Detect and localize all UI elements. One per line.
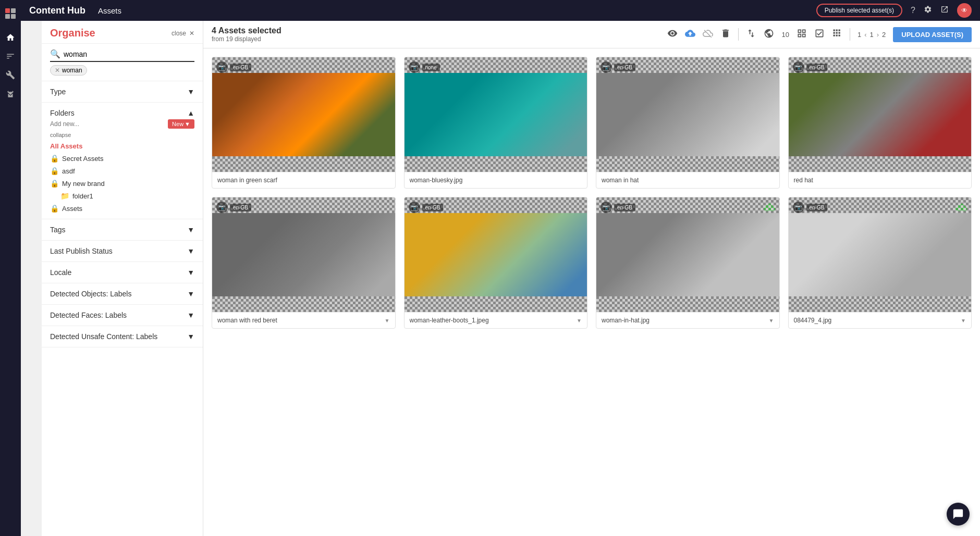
upload-assets-button[interactable]: UPLOAD ASSET(S) — [893, 27, 972, 42]
asset-card[interactable]: 📷 en-GB woman-in-hat.jpg ▼ — [596, 197, 780, 329]
folders-section: Folders ▲ New ▼ collapse All Assets 🔒 — [42, 103, 203, 219]
asset-card[interactable]: 📷 en-GB 084479_4.jpg ▼ — [788, 197, 972, 329]
camera-icon: 📷 — [216, 202, 228, 213]
asset-chevron-icon[interactable]: ▼ — [769, 318, 774, 323]
view-count[interactable]: 10 — [781, 31, 789, 39]
nav-box-icon[interactable] — [2, 85, 19, 102]
detected-unsafe-filter-header[interactable]: Detected Unsafe Content: Labels ▼ — [42, 326, 203, 347]
asset-badge: 📷 en-GB — [216, 202, 251, 213]
checkbox-icon[interactable] — [814, 28, 825, 41]
folder-my-new-brand[interactable]: 🔒 My new brand — [50, 177, 194, 190]
folder-asdf[interactable]: 🔒 asdf — [50, 165, 194, 177]
tags-filter-header[interactable]: Tags ▼ — [42, 219, 203, 240]
detected-faces-filter-section: Detected Faces: Labels ▼ — [42, 305, 203, 326]
brand-name: Content Hub — [29, 5, 85, 16]
svg-rect-2 — [5, 14, 10, 19]
last-publish-filter-section: Last Publish Status ▼ — [42, 241, 203, 262]
add-new-input[interactable] — [50, 120, 168, 128]
asset-chevron-icon[interactable]: ▼ — [961, 318, 966, 323]
publish-selected-button[interactable]: Publish selected asset(s) — [816, 4, 902, 17]
help-icon[interactable]: ? — [911, 6, 915, 15]
lock-icon: 🔒 — [50, 179, 59, 188]
nav-tools-icon[interactable] — [2, 67, 19, 83]
detected-faces-filter-header[interactable]: Detected Faces: Labels ▼ — [42, 305, 203, 326]
asset-thumbnail: 📷 en-GB — [212, 197, 395, 312]
sidebar-title: Organise — [50, 27, 95, 39]
folder-icon: 📁 — [60, 192, 69, 200]
pagination: 1 ‹ 1 › 2 — [858, 31, 886, 39]
app-logo[interactable] — [1, 4, 20, 23]
asset-card[interactable]: 📷 en-GB red hat — [788, 57, 972, 189]
nav-filter-icon[interactable] — [2, 48, 19, 65]
upload-cloud-icon[interactable] — [685, 28, 695, 41]
left-nav — [0, 0, 21, 536]
tag-x-icon[interactable]: ✕ — [55, 67, 60, 74]
grid-icon[interactable] — [797, 28, 807, 41]
asset-card[interactable]: 📷 en-GB woman in green scarf — [212, 57, 396, 189]
asset-name: red hat — [794, 177, 966, 184]
svg-rect-3 — [11, 14, 16, 19]
trash-icon[interactable] — [720, 28, 731, 41]
selected-count-label: 4 Assets selected — [212, 26, 661, 35]
asset-badge: 📷 en-GB — [601, 202, 635, 213]
settings-icon[interactable] — [924, 5, 932, 16]
search-tag[interactable]: ✕ woman — [50, 65, 87, 76]
asset-card[interactable]: 📷 en-GB woman-leather-boots_1.jpeg ▼ — [404, 197, 588, 329]
folder-secret-assets[interactable]: 🔒 Secret Assets — [50, 152, 194, 165]
toolbar-separator — [738, 28, 739, 41]
toolbar-actions: 10 1 ‹ 1 › 2 UPLOAD ASSET(S) — [667, 27, 972, 42]
globe-icon[interactable] — [764, 28, 774, 41]
asset-thumbnail: 📷 en-GB — [596, 197, 779, 312]
asset-card-bottom: woman with red beret ▼ — [212, 312, 395, 328]
collapse-link[interactable]: collapse — [50, 132, 194, 138]
last-publish-filter-header[interactable]: Last Publish Status ▼ — [42, 241, 203, 261]
locale-badge: en-GB — [422, 204, 444, 211]
sidebar-header: Organise close ✕ — [42, 21, 203, 44]
grid4-icon[interactable] — [832, 28, 842, 41]
search-container: 🔍 ✕ woman — [42, 44, 203, 81]
chat-bubble-button[interactable] — [947, 503, 970, 526]
camera-icon: 📷 — [601, 61, 612, 73]
locale-filter-header[interactable]: Locale ▼ — [42, 262, 203, 283]
type-filter-header[interactable]: Type ▼ — [42, 81, 203, 102]
cloud-off-icon[interactable] — [703, 28, 713, 41]
locale-badge: en-GB — [230, 204, 251, 211]
camera-icon: 📷 — [216, 61, 228, 73]
share-icon[interactable] — [940, 5, 949, 16]
next-page-button[interactable]: › — [877, 31, 879, 39]
assets-grid: 📷 en-GB woman in green scarf 📷 none — [203, 48, 980, 536]
camera-icon: 📷 — [409, 202, 420, 213]
folders-content: New ▼ collapse All Assets 🔒 Secret Asset… — [42, 119, 203, 219]
sidebar: Organise close ✕ 🔍 ✕ woman Type ▼ — [42, 21, 203, 536]
sort-icon[interactable] — [746, 28, 756, 41]
asset-thumbnail: 📷 en-GB — [789, 57, 972, 172]
folder-folder1[interactable]: 📁 folder1 — [50, 190, 194, 202]
asset-badge: 📷 none — [409, 61, 440, 73]
close-icon[interactable]: ✕ — [189, 30, 194, 37]
folder-assets[interactable]: 🔒 Assets — [50, 202, 194, 215]
lock-icon: 🔒 — [50, 204, 59, 213]
camera-icon: 📷 — [601, 202, 612, 213]
asset-card[interactable]: 📷 none woman-bluesky.jpg — [404, 57, 588, 189]
page-title: Assets — [98, 6, 816, 15]
detected-faces-chevron-icon: ▼ — [187, 311, 194, 319]
new-folder-button[interactable]: New ▼ — [168, 119, 194, 129]
folders-header[interactable]: Folders ▲ — [42, 103, 203, 119]
all-assets-item[interactable]: All Assets — [50, 140, 194, 152]
locale-filter-section: Locale ▼ — [42, 262, 203, 283]
user-avatar[interactable]: 👁 — [957, 3, 972, 18]
page-1-label[interactable]: 1 — [858, 31, 861, 39]
prev-page-button[interactable]: ‹ — [864, 31, 866, 39]
asset-chevron-icon[interactable]: ▼ — [577, 318, 582, 323]
asset-chevron-icon[interactable]: ▼ — [385, 318, 390, 323]
nav-home-icon[interactable] — [2, 29, 19, 46]
asset-name: woman in green scarf — [217, 177, 390, 184]
search-input[interactable] — [64, 50, 194, 58]
eye-icon[interactable] — [667, 28, 678, 41]
asset-name: woman-bluesky.jpg — [410, 177, 582, 184]
asset-card[interactable]: 📷 en-GB woman in hat — [596, 57, 780, 189]
detected-objects-filter-header[interactable]: Detected Objects: Labels ▼ — [42, 283, 203, 304]
asset-card[interactable]: 📷 en-GB woman with red beret ▼ — [212, 197, 396, 329]
sidebar-close-button[interactable]: close ✕ — [172, 30, 194, 37]
asset-card-bottom: woman in green scarf — [212, 172, 395, 188]
